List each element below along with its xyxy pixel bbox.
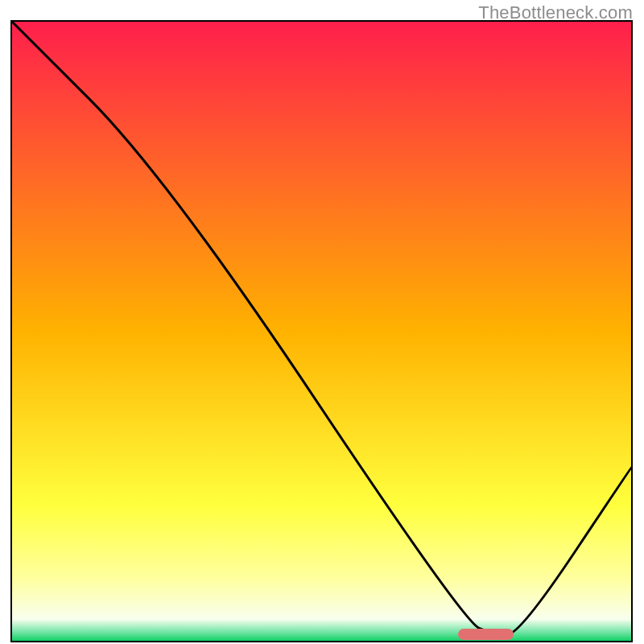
optimal-range-marker [458, 629, 514, 640]
chart-svg [12, 22, 631, 641]
chart-frame [10, 20, 633, 642]
